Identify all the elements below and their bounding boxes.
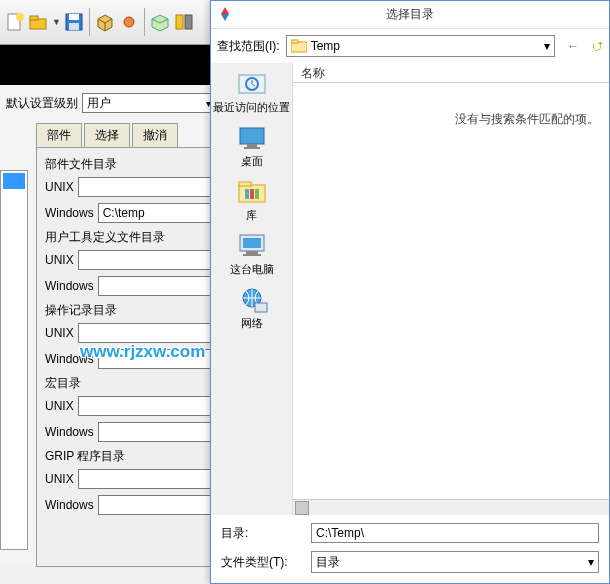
new-icon[interactable]: [4, 11, 26, 33]
windows-label: Windows: [45, 352, 94, 366]
windows-label: Windows: [45, 425, 94, 439]
app-icon: [217, 6, 233, 22]
windows-label: Windows: [45, 279, 94, 293]
col-name[interactable]: 名称: [293, 63, 609, 83]
windows-input[interactable]: [98, 495, 214, 515]
dropdown-icon[interactable]: ▼: [52, 17, 61, 27]
windows-label: Windows: [45, 498, 94, 512]
svg-point-1: [16, 13, 24, 21]
svg-rect-20: [250, 189, 254, 199]
unix-input[interactable]: [78, 469, 214, 489]
unix-label: UNIX: [45, 253, 74, 267]
network-icon: [235, 285, 269, 315]
computer-icon: [235, 231, 269, 261]
svg-rect-11: [291, 40, 298, 43]
folder-icon: [291, 39, 307, 53]
svg-rect-5: [69, 14, 79, 20]
places-bar: 最近访问的位置桌面库这台电脑网络: [211, 63, 293, 515]
file-list[interactable]: 名称 没有与搜索条件匹配的项。: [293, 63, 609, 515]
svg-rect-16: [244, 147, 260, 149]
section-title: 宏目录: [45, 375, 209, 392]
section-title: 操作记录目录: [45, 302, 209, 319]
box-icon[interactable]: [94, 11, 116, 33]
tab-select[interactable]: 选择: [84, 123, 130, 147]
section-title: 部件文件目录: [45, 156, 209, 173]
dot-icon[interactable]: [118, 11, 140, 33]
windows-label: Windows: [45, 206, 94, 220]
unix-label: UNIX: [45, 180, 74, 194]
pkg-icon[interactable]: [149, 11, 171, 33]
place-label: 桌面: [241, 155, 263, 167]
type-label: 文件类型(T):: [221, 554, 301, 571]
windows-input[interactable]: [98, 276, 214, 296]
dialog-title-bar: 选择目录: [211, 1, 609, 29]
svg-rect-9: [185, 15, 192, 29]
tabs: 部件 选择 撤消: [36, 123, 214, 147]
open-icon[interactable]: [28, 11, 50, 33]
libraries-icon: [235, 177, 269, 207]
place-label: 最近访问的位置: [213, 101, 290, 113]
unix-label: UNIX: [45, 472, 74, 486]
look-in-label: 查找范围(I):: [217, 38, 280, 55]
place-desktop[interactable]: 桌面: [211, 123, 292, 167]
svg-rect-6: [69, 23, 79, 30]
unix-input[interactable]: [78, 323, 214, 343]
place-computer[interactable]: 这台电脑: [211, 231, 292, 275]
svg-point-7: [124, 17, 134, 27]
h-scrollbar[interactable]: [293, 499, 609, 515]
svg-rect-23: [243, 238, 261, 248]
tab-part[interactable]: 部件: [36, 123, 82, 147]
unix-input[interactable]: [78, 250, 214, 270]
dir-label: 目录:: [221, 525, 301, 542]
main-toolbar: ▼: [0, 0, 220, 45]
svg-rect-18: [239, 182, 251, 186]
look-in-combo[interactable]: Temp: [286, 35, 555, 57]
choose-dir-dialog: 选择目录 查找范围(I): Temp ← ⮍ 最近访问的位置桌面库这台电脑网络 …: [210, 0, 610, 584]
place-recent[interactable]: 最近访问的位置: [211, 69, 292, 113]
merge-icon[interactable]: [173, 11, 195, 33]
back-button[interactable]: ←: [561, 37, 579, 55]
form-panel: 部件文件目录UNIXWindows用户工具定义文件目录UNIXWindows操作…: [36, 147, 214, 567]
svg-rect-19: [245, 189, 249, 199]
dialog-title: 选择目录: [386, 6, 434, 23]
windows-input[interactable]: [98, 203, 214, 223]
svg-rect-14: [240, 128, 264, 144]
content-gap: [0, 45, 220, 85]
place-label: 网络: [241, 317, 263, 329]
side-tree[interactable]: [0, 170, 28, 550]
unix-label: UNIX: [45, 326, 74, 340]
level-label: 默认设置级别: [6, 95, 78, 112]
section-title: GRIP 程序目录: [45, 448, 209, 465]
svg-rect-27: [255, 303, 267, 312]
unix-input[interactable]: [78, 396, 214, 416]
svg-rect-24: [246, 251, 258, 254]
save-icon[interactable]: [63, 11, 85, 33]
svg-rect-8: [176, 15, 183, 29]
section-title: 用户工具定义文件目录: [45, 229, 209, 246]
windows-input[interactable]: [98, 422, 214, 442]
windows-input[interactable]: [98, 349, 214, 369]
unix-label: UNIX: [45, 399, 74, 413]
unix-input[interactable]: [78, 177, 214, 197]
up-button[interactable]: ⮍: [585, 37, 603, 55]
place-network[interactable]: 网络: [211, 285, 292, 329]
svg-rect-21: [255, 189, 259, 199]
empty-message: 没有与搜索条件匹配的项。: [293, 83, 609, 499]
desktop-icon: [235, 123, 269, 153]
level-combo[interactable]: 用户: [82, 93, 214, 113]
svg-rect-15: [247, 144, 257, 147]
place-label: 库: [246, 209, 257, 221]
place-libraries[interactable]: 库: [211, 177, 292, 221]
svg-rect-3: [30, 16, 38, 20]
dir-input[interactable]: [311, 523, 599, 543]
place-label: 这台电脑: [230, 263, 274, 275]
tab-undo[interactable]: 撤消: [132, 123, 178, 147]
type-combo[interactable]: 目录: [311, 551, 599, 573]
recent-icon: [235, 69, 269, 99]
svg-rect-25: [243, 254, 261, 256]
